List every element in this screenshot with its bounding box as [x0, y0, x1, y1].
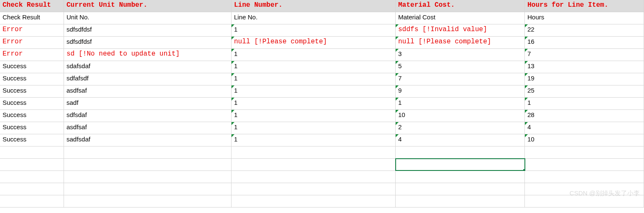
status-cell[interactable]: Success — [0, 98, 64, 109]
empty-cell[interactable] — [0, 183, 64, 195]
table-row: Successsdafsdaf1513 — [0, 61, 644, 73]
cost-cell[interactable]: 4 — [396, 134, 525, 146]
header-row-descriptions: Check Result Current Unit Number. Line N… — [0, 0, 644, 12]
line-cell[interactable]: 1 — [232, 61, 396, 73]
line-cell[interactable]: 1 — [232, 24, 396, 36]
hours-cell[interactable]: 7 — [525, 49, 644, 61]
header-cell[interactable]: Line Number. — [232, 0, 396, 12]
empty-cell[interactable] — [525, 146, 644, 158]
status-cell[interactable]: Success — [0, 85, 64, 97]
unit-cell[interactable]: sd [!No need to update unit] — [64, 49, 232, 61]
cost-cell[interactable]: 9 — [396, 85, 525, 97]
header-cell[interactable]: Current Unit Number. — [64, 0, 232, 12]
status-cell[interactable]: Success — [0, 122, 64, 134]
cost-cell[interactable]: 2 — [396, 122, 525, 134]
status-cell[interactable]: Success — [0, 110, 64, 122]
unit-cell[interactable]: sdfsdfdsf — [64, 24, 232, 36]
selected-cell[interactable] — [396, 159, 525, 170]
empty-cell[interactable] — [0, 195, 64, 207]
table-row: Errorsdfsdfdsf1sddfs [!Invalid value]22 — [0, 24, 644, 37]
subheader-cell[interactable]: Unit No. — [64, 12, 232, 24]
empty-cell[interactable] — [64, 183, 232, 195]
spreadsheet[interactable]: Check Result Current Unit Number. Line N… — [0, 0, 644, 208]
unit-cell[interactable]: sadf — [64, 98, 232, 109]
empty-cell[interactable] — [525, 171, 644, 183]
empty-cell[interactable] — [64, 159, 232, 170]
unit-cell[interactable]: asdfsaf — [64, 122, 232, 134]
status-cell[interactable]: Success — [0, 61, 64, 73]
cost-cell[interactable]: null [!Please complete] — [396, 37, 525, 48]
hours-cell[interactable]: 22 — [525, 24, 644, 36]
table-row: Successsdfsdaf11028 — [0, 110, 644, 122]
unit-cell[interactable]: asdfsaf — [64, 85, 232, 97]
table-row: Successsadfsdaf1410 — [0, 134, 644, 146]
line-cell[interactable]: 1 — [232, 110, 396, 122]
cost-cell[interactable]: 10 — [396, 110, 525, 122]
hours-cell[interactable]: 13 — [525, 61, 644, 73]
header-cell[interactable]: Hours for Line Item. — [525, 0, 644, 12]
line-cell[interactable]: 1 — [232, 49, 396, 61]
empty-cell[interactable] — [232, 159, 396, 170]
empty-cell[interactable] — [396, 171, 525, 183]
unit-cell[interactable]: sadfsdaf — [64, 134, 232, 146]
empty-cell[interactable] — [232, 195, 396, 207]
empty-cell[interactable] — [525, 159, 644, 170]
hours-cell[interactable]: 4 — [525, 122, 644, 134]
hours-cell[interactable]: 10 — [525, 134, 644, 146]
status-cell[interactable]: Error — [0, 49, 64, 61]
cost-cell[interactable]: 3 — [396, 49, 525, 61]
table-row: Successasdfsaf1925 — [0, 85, 644, 98]
empty-cell[interactable] — [396, 146, 525, 158]
empty-cell[interactable] — [232, 183, 396, 195]
empty-cell[interactable] — [0, 159, 64, 170]
header-row-labels: Check Result Unit No. Line No. Material … — [0, 12, 644, 24]
unit-cell[interactable]: sdafsdaf — [64, 61, 232, 73]
empty-row — [0, 159, 644, 171]
empty-cell[interactable] — [64, 146, 232, 158]
unit-cell[interactable]: sdfsdaf — [64, 110, 232, 122]
hours-cell[interactable]: 25 — [525, 85, 644, 97]
table-row: Successsdfafsdf1719 — [0, 73, 644, 85]
hours-cell[interactable]: 16 — [525, 37, 644, 48]
table-row: Successasdfsaf124 — [0, 122, 644, 134]
line-cell[interactable]: 1 — [232, 85, 396, 97]
empty-row — [0, 171, 644, 183]
unit-cell[interactable]: sdfsdfdsf — [64, 37, 232, 48]
subheader-cell[interactable]: Material Cost — [396, 12, 525, 24]
unit-cell[interactable]: sdfafsdf — [64, 73, 232, 85]
status-cell[interactable]: Error — [0, 37, 64, 48]
empty-cell[interactable] — [64, 171, 232, 183]
cost-cell[interactable]: 1 — [396, 98, 525, 109]
empty-cell[interactable] — [396, 183, 525, 195]
empty-cell[interactable] — [232, 171, 396, 183]
table-row: Errorsd [!No need to update unit]137 — [0, 49, 644, 61]
empty-cell[interactable] — [232, 146, 396, 158]
empty-cell[interactable] — [0, 146, 64, 158]
header-cell[interactable]: Check Result — [0, 0, 64, 12]
line-cell[interactable]: 1 — [232, 73, 396, 85]
watermark: CSDN @别掉头发了小李 — [569, 189, 640, 197]
empty-row — [0, 195, 644, 208]
table-row: Errorsdfsdfdsfnull [!Please complete]nul… — [0, 37, 644, 49]
empty-cell[interactable] — [64, 195, 232, 207]
cost-cell[interactable]: sddfs [!Invalid value] — [396, 24, 525, 36]
empty-cell[interactable] — [0, 171, 64, 183]
cost-cell[interactable]: 5 — [396, 61, 525, 73]
hours-cell[interactable]: 28 — [525, 110, 644, 122]
hours-cell[interactable]: 19 — [525, 73, 644, 85]
line-cell[interactable]: 1 — [232, 122, 396, 134]
subheader-cell[interactable]: Hours — [525, 12, 644, 24]
empty-cell[interactable] — [396, 195, 525, 207]
subheader-cell[interactable]: Check Result — [0, 12, 64, 24]
status-cell[interactable]: Error — [0, 24, 64, 36]
cost-cell[interactable]: 7 — [396, 73, 525, 85]
line-cell[interactable]: 1 — [232, 134, 396, 146]
hours-cell[interactable]: 1 — [525, 98, 644, 109]
status-cell[interactable]: Success — [0, 134, 64, 146]
subheader-cell[interactable]: Line No. — [232, 12, 396, 24]
empty-row — [0, 183, 644, 195]
line-cell[interactable]: 1 — [232, 98, 396, 109]
status-cell[interactable]: Success — [0, 73, 64, 85]
line-cell[interactable]: null [!Please complete] — [232, 37, 396, 48]
header-cell[interactable]: Material Cost. — [396, 0, 525, 12]
